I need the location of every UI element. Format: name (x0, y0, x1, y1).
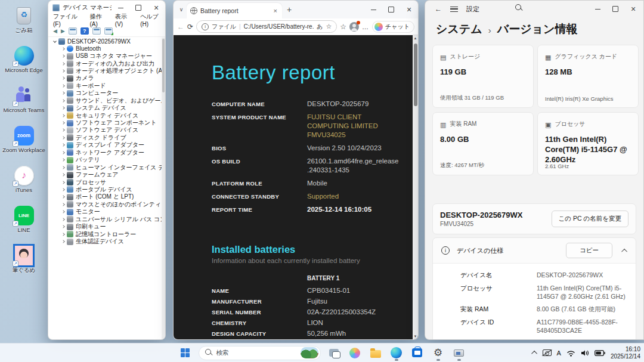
tree-node-row[interactable]: 印刷キュー (48, 223, 162, 230)
tree-node-row[interactable]: コンピューター (48, 89, 162, 97)
desktop-icon[interactable]: ↗ Microsoft Teams (1, 82, 47, 122)
new-tab-button[interactable]: + (287, 5, 292, 14)
desktop-icon[interactable]: ↗ Microsoft Edge (1, 42, 47, 82)
volume-icon[interactable] (581, 349, 589, 357)
tree-node-row[interactable]: ファームウェア (48, 171, 162, 178)
tree-node-row[interactable]: マウスとそのほかのポインティング デバイス (48, 201, 162, 208)
back-icon[interactable]: ◀ (53, 28, 57, 34)
search-icon[interactable] (515, 4, 523, 14)
desktop-icon[interactable]: ↗ Zoom Workplace (1, 122, 47, 162)
chevron-collapsed-icon[interactable] (60, 70, 66, 72)
menu-item[interactable]: 表示(V) (115, 13, 134, 27)
tree-node-row[interactable]: ポータブル デバイス (48, 186, 162, 193)
desktop-icon[interactable]: ↗ LINE (1, 202, 47, 242)
chevron-collapsed-icon[interactable] (60, 122, 66, 124)
minimize-button[interactable] (589, 2, 606, 16)
wifi-icon[interactable] (566, 349, 575, 357)
copilot-chat-button[interactable]: チャット (372, 21, 414, 33)
chevron-collapsed-icon[interactable] (60, 196, 66, 198)
profile-avatar[interactable] (349, 22, 359, 32)
tree-node-row[interactable]: ソフトウェア デバイス (48, 126, 162, 134)
hamburger-menu-icon[interactable] (450, 7, 458, 12)
start-button[interactable] (178, 345, 193, 361)
chevron-collapsed-icon[interactable] (60, 48, 66, 50)
battery-icon[interactable] (595, 350, 605, 356)
favorites-icon[interactable]: ☆ (340, 23, 346, 31)
file-explorer-button[interactable] (368, 345, 383, 361)
rename-pc-button[interactable]: この PC の名前を変更 (552, 211, 628, 227)
tree-node-row[interactable]: Bluetooth (48, 45, 162, 52)
desktop-icon[interactable]: ↗ ごみ箱 (1, 2, 47, 42)
store-button[interactable] (410, 345, 425, 361)
refresh-icon[interactable]: ⟳ (187, 23, 193, 31)
edge-button[interactable] (389, 345, 404, 361)
console-window-icon[interactable] (69, 27, 77, 35)
taskbar-search[interactable]: 検索 (199, 346, 321, 360)
breadcrumb-system[interactable]: システム (436, 21, 482, 37)
tree-node-row[interactable]: 生体認証デバイス (48, 238, 162, 245)
tree-node-row[interactable]: ヒューマン インターフェイス デバイス (48, 163, 162, 171)
scroll-up-icon[interactable]: ▲ (413, 35, 418, 41)
tree-node-row[interactable]: システム デバイス (48, 104, 162, 112)
maximize-button[interactable] (382, 3, 400, 16)
tree-node-row[interactable]: オーディオの入力および出力 (48, 60, 162, 67)
ime-mode-indicator[interactable]: A (557, 349, 561, 357)
chevron-collapsed-icon[interactable] (60, 55, 66, 57)
help-icon[interactable] (80, 27, 89, 35)
chevron-collapsed-icon[interactable] (60, 100, 66, 102)
tree-node-row[interactable]: オーディオ処理オブジェクト (APO) (48, 67, 162, 75)
camera-off-icon[interactable] (543, 349, 552, 356)
chevron-collapsed-icon[interactable] (60, 188, 66, 191)
chevron-collapsed-icon[interactable] (60, 77, 66, 79)
translate-icon[interactable]: あ (317, 23, 323, 31)
chevron-up-icon[interactable] (621, 248, 627, 254)
chevron-expanded-icon[interactable] (52, 40, 57, 42)
chevron-collapsed-icon[interactable] (60, 181, 66, 184)
tab-actions-chevron-icon[interactable]: ∨ (176, 4, 187, 15)
menu-item[interactable]: ヘルプ(H) (140, 13, 165, 27)
tree-node-row[interactable]: キーボード (48, 82, 162, 89)
chevron-collapsed-icon[interactable] (60, 115, 66, 117)
tab-close-icon[interactable]: × (273, 7, 278, 14)
scroll-down-icon[interactable]: ▼ (413, 333, 418, 339)
taskbar-clock[interactable]: 16:10 2025/12/14 (611, 346, 640, 360)
tree-node-row[interactable]: セキュリティ デバイス (48, 112, 162, 119)
chevron-collapsed-icon[interactable] (60, 144, 66, 146)
chevron-collapsed-icon[interactable] (60, 85, 66, 87)
tree-node-row[interactable]: ディスク ドライブ (48, 134, 162, 141)
chevron-collapsed-icon[interactable] (60, 107, 66, 109)
copy-button[interactable]: コピー (566, 243, 612, 258)
device-manager-button[interactable] (451, 345, 467, 361)
tree-node-row[interactable]: ディスプレイ アダプター (48, 141, 162, 148)
chevron-collapsed-icon[interactable] (60, 92, 66, 94)
tree-node-row[interactable]: カメラ (48, 75, 162, 82)
chevron-collapsed-icon[interactable] (60, 174, 66, 176)
chevron-collapsed-icon[interactable] (60, 151, 66, 154)
chevron-collapsed-icon[interactable] (60, 225, 66, 228)
chevron-collapsed-icon[interactable] (60, 233, 66, 236)
tree-node-row[interactable]: バッテリ (48, 156, 162, 163)
address-bar[interactable]: i ファイル | C:/Users/USER/battery-re... あ ☆ (196, 20, 337, 33)
forward-icon[interactable]: ▶ (61, 28, 65, 34)
maximize-button[interactable] (606, 2, 624, 16)
scrollbar-thumb[interactable] (162, 39, 165, 92)
copilot-button[interactable] (347, 345, 363, 361)
page-info-icon[interactable]: i (202, 23, 209, 30)
back-icon[interactable]: ← (435, 5, 442, 13)
spec-expander-header[interactable]: i デバイスの仕様 コピー (433, 238, 636, 263)
scrollbar-thumb[interactable] (414, 44, 417, 106)
tree-node-row[interactable]: モニター (48, 208, 162, 215)
back-icon[interactable]: ← (177, 23, 184, 31)
tree-node-row[interactable]: ネットワーク アダプター (48, 149, 162, 156)
settings-button[interactable]: ⚙ (431, 345, 446, 361)
menu-item[interactable]: 操作(A) (89, 13, 108, 27)
chevron-collapsed-icon[interactable] (60, 129, 66, 131)
tree-node-row[interactable]: ポート (COM と LPT) (48, 193, 162, 200)
desktop-icon[interactable]: ↗ iTunes (1, 162, 47, 202)
close-button[interactable] (624, 2, 642, 16)
tree-node-row[interactable]: 記憶域コントローラー (48, 230, 162, 237)
scan-hardware-icon[interactable] (104, 27, 113, 35)
tree-root-row[interactable]: DESKTOP-2025679WX (48, 38, 162, 45)
chevron-collapsed-icon[interactable] (60, 63, 66, 65)
chevron-collapsed-icon[interactable] (60, 218, 66, 221)
